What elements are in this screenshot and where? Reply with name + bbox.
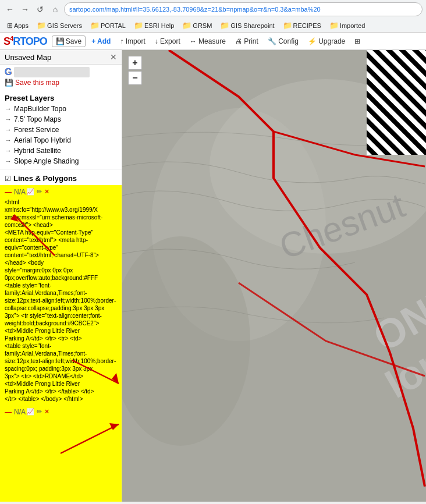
- layer-label: Aerial Topo Hybrid: [14, 136, 71, 144]
- lines-polygons-title: Lines & Polygons: [13, 174, 117, 183]
- folder-icon: 📁: [220, 21, 229, 30]
- zoom-out-button[interactable]: −: [128, 71, 142, 85]
- arrow-icon: →: [5, 126, 12, 134]
- edit-icon-bottom[interactable]: ✏: [36, 407, 42, 416]
- bookmark-gis-sharepoint[interactable]: 📁 GIS Sharepoint: [216, 20, 278, 31]
- browser-chrome: ← → ↺ ⌂ ⊞ Apps 📁 GIS Servers 📁 PORTAL 📁 …: [0, 0, 426, 33]
- xml-area: <html xmlns:fo="http://www.w3.org/1999/X…: [2, 197, 119, 404]
- upgrade-button[interactable]: ⚡ Upgrade: [304, 36, 349, 47]
- item-dash-bottom: —: [5, 408, 12, 416]
- home-button[interactable]: ⌂: [49, 3, 62, 16]
- print-button[interactable]: 🖨 Print: [232, 36, 262, 47]
- grid-icon: ⊞: [354, 37, 360, 45]
- sidebar: Unsaved Map ✕ G 💾 Save this map Preset L…: [0, 50, 122, 502]
- folder-icon: 📁: [134, 21, 143, 30]
- back-button[interactable]: ←: [3, 3, 16, 16]
- sartopo-logo: S4RTOPO: [3, 35, 47, 48]
- save-button[interactable]: 💾 Save: [52, 36, 86, 47]
- layer-label: 7.5' Topo Maps: [14, 115, 61, 123]
- graph-icon[interactable]: 📈: [26, 187, 35, 196]
- sartopo-toolbar: S4RTOPO 💾 Save + Add ↑ Import ↓ Export ↔…: [0, 33, 426, 50]
- measure-label: ↔ Measure: [190, 37, 226, 45]
- grsm-label: GRSM: [193, 22, 212, 29]
- bookmark-imported[interactable]: 📁 Imported: [326, 20, 368, 31]
- layer-label: Slope Angle Shading: [14, 157, 79, 165]
- item-actions-bottom: 📈 ✏ ✕: [26, 407, 50, 416]
- zoom-in-button[interactable]: +: [128, 56, 142, 70]
- nav-bar: ← → ↺ ⌂: [0, 0, 426, 19]
- gis-servers-label: GIS Servers: [47, 22, 82, 29]
- edit-icon[interactable]: ✏: [36, 187, 42, 196]
- layer-label: Forest Service: [14, 126, 59, 134]
- bookmark-recipes[interactable]: 📁 RECIPES: [279, 20, 325, 31]
- bookmark-portal[interactable]: 📁 PORTAL: [87, 20, 129, 31]
- close-sidebar-button[interactable]: ✕: [110, 52, 117, 62]
- save-map-icon: 💾: [5, 79, 13, 87]
- item-label-bottom: N/A: [14, 408, 26, 416]
- layer-mapbuilder-topo[interactable]: → MapBuilder Topo: [0, 104, 122, 114]
- bookmark-gis-servers[interactable]: 📁 GIS Servers: [33, 20, 86, 31]
- arrow-icon: →: [5, 157, 12, 165]
- map-controls: + −: [128, 56, 142, 85]
- bottom-item-row: — N/A 📈 ✏ ✕: [2, 406, 119, 417]
- layer-hybrid-satellite[interactable]: → Hybrid Satellite: [0, 145, 122, 156]
- delete-icon-bottom[interactable]: ✕: [44, 407, 50, 416]
- folder-icon: 📁: [329, 21, 339, 30]
- apps-label: Apps: [14, 22, 29, 29]
- add-button[interactable]: + Add: [88, 36, 114, 47]
- google-icon: G: [5, 67, 12, 77]
- layer-75-topo[interactable]: → 7.5' Topo Maps: [0, 114, 122, 125]
- item-dash: —: [5, 188, 12, 196]
- bookmarks-bar: ⊞ Apps 📁 GIS Servers 📁 PORTAL 📁 ESRI Hel…: [0, 19, 426, 33]
- layer-aerial-topo[interactable]: → Aerial Topo Hybrid: [0, 135, 122, 145]
- export-label: ↓ Export: [155, 37, 180, 45]
- save-map-label: Save this map: [15, 79, 59, 87]
- arrow-icon: →: [5, 115, 12, 123]
- section-divider: [0, 169, 122, 169]
- delete-icon-top[interactable]: ✕: [44, 187, 50, 196]
- save-map-button[interactable]: 💾 Save this map: [5, 77, 117, 88]
- print-label: 🖨 Print: [235, 37, 258, 45]
- arrow-icon: →: [5, 105, 12, 113]
- top-item-row: — N/A 📈 ✏ ✕: [2, 186, 119, 197]
- layer-forest-service[interactable]: → Forest Service: [0, 125, 122, 135]
- address-bar[interactable]: [64, 2, 423, 16]
- lines-polygons-header[interactable]: ☑ Lines & Polygons: [0, 172, 122, 185]
- graph-icon-bottom[interactable]: 📈: [26, 407, 35, 416]
- item-label-top: N/A: [14, 188, 26, 196]
- reload-button[interactable]: ↺: [34, 3, 47, 16]
- item-actions-top: 📈 ✏ ✕: [26, 187, 50, 196]
- config-label: 🔧 Config: [268, 37, 299, 45]
- bookmark-apps[interactable]: ⊞ Apps: [3, 20, 32, 31]
- portal-label: PORTAL: [101, 22, 126, 29]
- main-layout: Unsaved Map ✕ G 💾 Save this map Preset L…: [0, 50, 426, 502]
- recipes-label: RECIPES: [293, 22, 321, 29]
- import-button[interactable]: ↑ Import: [116, 36, 148, 47]
- forward-button[interactable]: →: [19, 3, 31, 16]
- extra-button[interactable]: ⊞: [351, 36, 364, 47]
- svg-rect-13: [367, 50, 426, 155]
- bookmark-esri-help[interactable]: 📁 ESRI Help: [130, 20, 178, 31]
- gis-sharepoint-label: GIS Sharepoint: [230, 22, 274, 29]
- export-button[interactable]: ↓ Export: [151, 36, 184, 47]
- checkbox-icon: ☑: [5, 175, 11, 183]
- map-area[interactable]: Chesnut ONESO Ion + −: [122, 50, 426, 502]
- config-button[interactable]: 🔧 Config: [264, 36, 302, 47]
- imported-label: Imported: [340, 22, 365, 29]
- svg-marker-5: [109, 423, 119, 430]
- layer-label: MapBuilder Topo: [14, 105, 66, 113]
- arrow-icon: →: [5, 136, 12, 144]
- layer-slope-angle[interactable]: → Slope Angle Shading: [0, 156, 122, 166]
- google-signin-area: G 💾 Save this map: [0, 65, 122, 90]
- map-canvas: Chesnut ONESO Ion: [122, 50, 426, 502]
- bookmark-grsm[interactable]: 📁 GRSM: [179, 20, 215, 31]
- add-label: + Add: [91, 37, 111, 45]
- apps-icon: ⊞: [7, 22, 13, 30]
- save-icon: 💾: [56, 37, 65, 45]
- measure-button[interactable]: ↔ Measure: [186, 36, 229, 47]
- xml-text: <html xmlns:fo="http://www.w3.org/1999/X…: [2, 197, 119, 404]
- layer-label: Hybrid Satellite: [14, 147, 61, 155]
- folder-icon: 📁: [37, 21, 46, 30]
- save-label: Save: [66, 37, 81, 45]
- google-bar: G: [5, 67, 117, 77]
